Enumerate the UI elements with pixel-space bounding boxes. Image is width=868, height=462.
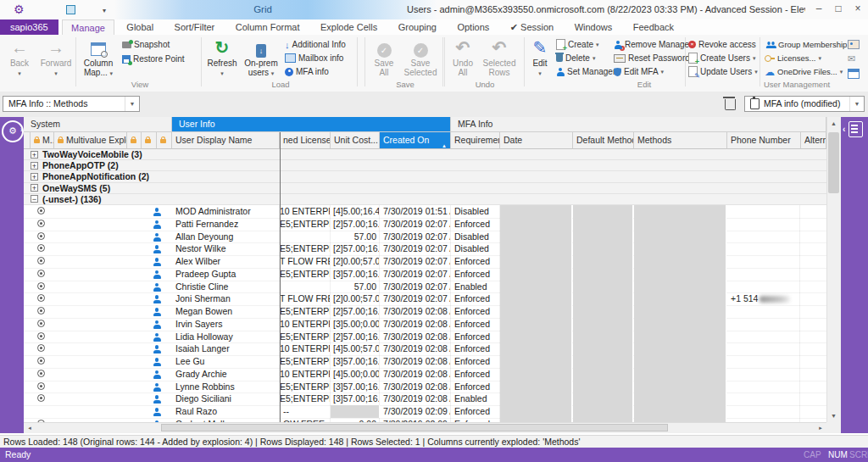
contact-card-button[interactable] [848,38,860,51]
additional-info-button[interactable]: ↓ Additional Info [285,38,346,51]
mfa-requirement-cell[interactable]: Enforced [451,305,500,318]
mfa-default-method-cell[interactable] [573,305,633,318]
set-manager-button[interactable]: Set Manager [556,65,615,78]
tab-feedback[interactable]: Feedback [625,19,682,35]
row-expander-cell[interactable] [31,318,54,331]
expand-row-icon[interactable] [37,282,45,290]
panel-expand-icon[interactable]: › [20,125,23,134]
mfa-date-cell[interactable] [500,331,572,343]
phone-number-cell[interactable] [727,231,800,243]
mfa-default-method-cell[interactable] [573,342,633,355]
forward-button[interactable]: → Forward ▾ [37,36,75,89]
alternate-cell[interactable] [801,355,826,368]
close-button[interactable]: × [849,0,867,19]
assigned-licenses-cell[interactable]: -- [280,405,331,418]
back-button[interactable]: ← Back ▾ [2,36,37,89]
table-row[interactable]: Lidia HollowayE5;ENTERPRI:[2]57.00;16.7/… [24,331,826,344]
phone-number-cell[interactable] [727,368,800,381]
user-display-name-cell[interactable]: Irvin Sayers [172,318,280,331]
assigned-licenses-cell[interactable]: E5;ENTERPRI: [280,381,331,393]
reset-password-button[interactable]: Reset Password▾ [614,52,695,64]
tab-global[interactable]: Global [118,19,162,35]
unit-cost-cell[interactable]: [2]0.00;57.0 [331,292,380,305]
assigned-licenses-cell[interactable]: T FLOW FREE; [280,292,331,305]
unit-cost-cell[interactable]: 57.00 [331,281,380,293]
row-expander-cell[interactable] [31,342,54,355]
user-display-name-cell[interactable]: Nestor Wilke [172,242,280,255]
tab-options[interactable]: Options [448,19,498,35]
created-on-cell[interactable]: 7/30/2019 02:08 AM [380,331,451,343]
phone-number-cell[interactable] [727,205,800,218]
tab-windows[interactable]: Windows [566,19,621,35]
assigned-licenses-cell[interactable]: E5;ENTERPRI: [280,392,331,405]
phone-number-cell[interactable] [727,218,800,231]
column-header-methods[interactable]: Methods [634,132,727,149]
user-display-name-cell[interactable]: MOD Administrator [172,205,280,218]
expand-row-icon[interactable] [37,320,45,327]
table-row[interactable]: Nestor WilkeE5;ENTERPRI:[2]57.00;16.7/30… [24,242,826,256]
group-row[interactable]: +OneWaySMS (5) [24,183,826,194]
assigned-licenses-cell[interactable]: 10 ENTERPRIS [280,342,331,355]
created-on-cell[interactable]: 7/30/2019 01:51 AM [380,205,451,218]
table-row[interactable]: Isaiah Langer10 ENTERPRIS[4]5.00;57.07/3… [24,342,826,356]
tab-grouping[interactable]: Grouping [390,19,445,35]
mfa-default-method-cell[interactable] [573,368,633,381]
expand-row-icon[interactable] [37,307,45,314]
pane-header-user-info[interactable]: User Info [172,117,451,132]
mfa-default-method-cell[interactable] [573,392,633,405]
created-on-cell[interactable]: 7/30/2019 02:07 AM [380,281,451,293]
mfa-default-method-cell[interactable] [573,381,633,393]
created-on-cell[interactable]: 7/30/2019 02:08 AM [380,368,451,381]
row-expander-cell[interactable] [31,305,54,318]
phone-number-cell[interactable]: +1 514 [727,292,800,305]
vertical-scrollbar-thumb[interactable] [828,132,839,193]
created-on-cell[interactable]: 7/30/2019 02:07 AM [380,218,451,231]
assigned-licenses-cell[interactable]: E5;ENTERPRI: [280,331,331,343]
alternate-cell[interactable] [801,381,826,393]
row-expander-cell[interactable] [31,281,54,293]
mfa-methods-cell[interactable] [634,342,726,355]
expand-row-icon[interactable] [37,344,45,352]
phone-number-cell[interactable] [727,331,800,343]
table-row[interactable]: Raul Razo--7/30/2019 02:09 AMEnforced [24,405,826,419]
tab-session[interactable]: ✔ Session [502,19,562,35]
alternate-cell[interactable] [801,268,826,281]
table-row[interactable]: Lee GuE5;ENTERPRI:[3]57.00;16.7/30/2019 … [24,355,826,369]
mfa-default-method-cell[interactable] [573,292,633,305]
assigned-licenses-cell[interactable]: 10 ENTERPRIS [280,205,331,218]
expand-row-icon[interactable] [37,220,45,227]
edit-mfa-button[interactable]: Edit MFA▾ [614,65,664,78]
column-header-alternate[interactable]: Alternate [801,132,826,149]
table-row[interactable]: Joni ShermanT FLOW FREE;[2]0.00;57.07/30… [24,292,826,306]
expand-row-icon[interactable] [37,382,45,390]
row-expander-cell[interactable] [31,355,54,368]
column-map-button[interactable]: Column Map... ▾ [79,36,118,89]
mfa-requirement-cell[interactable]: Enforced [451,268,500,281]
row-expander-cell[interactable] [31,381,54,393]
column-header-phone-number[interactable]: Phone Number [727,132,801,149]
created-on-cell[interactable]: 7/30/2019 02:08 AM [380,305,451,318]
unit-cost-cell[interactable]: [3]5.00;0.00 [331,318,380,331]
mfa-requirement-cell[interactable]: Enabled [451,392,500,405]
mfa-date-cell[interactable] [500,405,572,418]
alternate-cell[interactable] [801,281,826,293]
mfa-requirement-cell[interactable]: Enabled [451,281,500,293]
mfa-methods-cell[interactable] [634,205,726,218]
group-membership-button[interactable]: Group Membership...▾ [765,38,860,51]
unit-cost-cell[interactable]: [3]57.00;16. [331,268,380,281]
unit-cost-cell[interactable]: [2]0.00;57.0 [331,255,380,268]
tab-explode-cells[interactable]: Explode Cells [312,19,386,35]
unit-cost-cell[interactable]: [2]57.00;16. [331,331,380,343]
table-row[interactable]: Diego SicilianiE5;ENTERPRI:[3]57.00;16.7… [24,392,826,406]
horizontal-scrollbar-thumb[interactable] [161,424,668,431]
user-display-name-cell[interactable]: Joni Sherman [172,292,280,305]
mfa-methods-cell[interactable] [634,355,726,368]
row-expander-cell[interactable] [31,392,54,405]
mfa-date-cell[interactable] [500,318,572,331]
row-expander-cell[interactable] [31,242,54,255]
expand-row-icon[interactable] [37,394,45,402]
onedrive-files-button[interactable]: ☁ OneDrive Files...▾ [765,65,843,78]
mfa-date-cell[interactable] [500,368,572,381]
expand-row-icon[interactable] [37,207,45,214]
mfa-default-method-cell[interactable] [573,355,633,368]
